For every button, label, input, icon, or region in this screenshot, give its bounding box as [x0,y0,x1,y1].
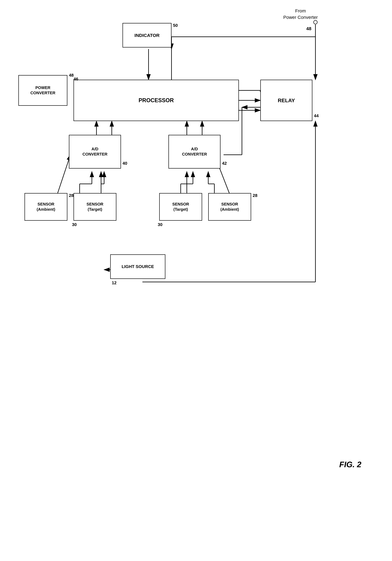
sensor-target-left-ref: 30 [72,222,77,227]
sensor-target-left-block: SENSOR (Target) [73,193,116,221]
processor-ref: 46 [73,77,78,82]
light-source-block: LIGHT SOURCE [110,254,165,279]
svg-point-3 [314,20,317,24]
from-power-converter-label: FromPower Converter [283,8,318,21]
indicator-block: INDICATOR [123,23,172,47]
ad-converter-left-block: A/D CONVERTER [69,135,121,169]
ad-converter-left-label: A/D CONVERTER [83,147,107,157]
indicator-label: INDICATOR [134,32,160,38]
processor-label: PROCESSOR [139,97,174,104]
sensor-ambient-right-label: SENSOR (Ambient) [220,202,239,212]
power-converter-ref: 48 [69,73,74,78]
relay-ref: 44 [314,113,319,118]
sensor-target-right-block: SENSOR (Target) [159,193,202,221]
sensor-target-left-label: SENSOR (Target) [86,202,103,212]
sensor-target-right-ref: 30 [158,222,163,227]
sensor-ambient-left-ref: 28 [69,193,74,198]
from-power-converter-ref: 48 [306,26,311,31]
relay-label: RELAY [278,97,295,104]
figure-label: FIG. 2 [339,460,361,469]
relay-block: RELAY [260,80,312,121]
ad-converter-right-label: A/D CONVERTER [182,147,207,157]
power-converter-block: POWER CONVERTER [18,75,67,106]
sensor-ambient-right-ref: 28 [253,193,258,198]
power-converter-label: POWER CONVERTER [30,85,55,96]
light-source-ref: 12 [112,280,116,285]
sensor-ambient-left-block: SENSOR (Ambient) [24,193,67,221]
light-source-label: LIGHT SOURCE [122,264,154,270]
diagram: POWER CONVERTER 48 PROCESSOR 46 INDICATO… [0,0,392,561]
sensor-ambient-right-block: SENSOR (Ambient) [208,193,251,221]
ad-converter-right-ref: 42 [222,161,227,166]
ad-converter-left-ref: 40 [123,161,127,166]
indicator-ref: 50 [173,23,178,28]
sensor-target-right-label: SENSOR (Target) [172,202,189,212]
processor-block: PROCESSOR [73,80,239,121]
ad-converter-right-block: A/D CONVERTER [168,135,220,169]
sensor-ambient-left-label: SENSOR (Ambient) [37,202,55,212]
